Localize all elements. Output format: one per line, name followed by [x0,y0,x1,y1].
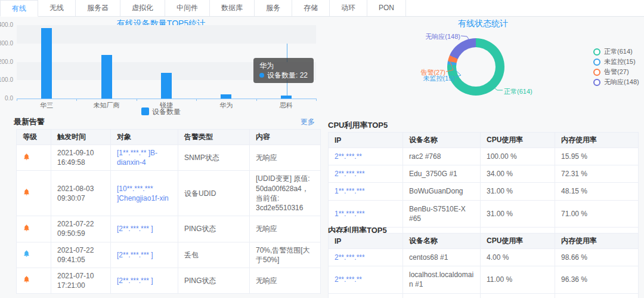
x-axis-tick [137,99,137,101]
table-row: 2**.***.***centos68 #14.00 %98.66 % [329,249,639,266]
donut-legend-item-正常[interactable]: 正常(614) [593,47,639,57]
column-header: 内存使用率 [555,234,639,249]
alarm-severity-cell [17,216,51,242]
alarm-time: 2021-09-10 16:49:58 [51,145,111,171]
tab-服务[interactable]: 服务 [255,0,292,16]
alarm-content: [UDID变更] 原值: 50da00f628a4，当前值: 3cd2e5510… [250,171,321,216]
alarm-row: 2021-08-03 09:30:07[10**.***.*** ]Chengj… [17,171,321,216]
donut-legend-item-未监控[interactable]: 未监控(15) [593,57,639,67]
tab-PON[interactable]: PON [367,0,406,16]
tab-数据库[interactable]: 数据库 [210,0,255,16]
chart-tooltip: 华为 设备数量: 22 [253,58,314,83]
tab-bar: 有线无线服务器虚拟化中间件数据库服务存储动环PON [0,0,644,17]
alarm-object-link[interactable]: [2**.***.*** ] [111,242,178,268]
alarm-severity-cell [17,242,51,268]
alarm-severity-cell [17,268,51,293]
memory-usage: 71.00 % [555,200,639,227]
alarm-object-link[interactable]: [1**.***.** ]B-dianxin-4 [111,145,178,171]
ip-link[interactable]: 2**.***.** [329,148,403,165]
x-axis-line [17,99,316,99]
alarm-type: 设备UDID [178,171,250,216]
tab-动环[interactable]: 动环 [330,0,367,16]
ip-link[interactable]: 1**.***.*** [329,293,403,298]
legend-label: 无响应(148) [604,78,639,87]
tab-有线[interactable]: 有线 [0,0,38,17]
alarm-severity-cell [17,171,51,216]
device-name: BenBu-S7510E-X #65 [403,200,481,227]
alarm-row: 2021-07-22 09:50:59[2**.***.*** ]PING状态无… [17,216,321,242]
cpu-usage: 4.00 % [481,249,555,266]
donut-legend-item-无响应[interactable]: 无响应(148) [593,77,639,87]
alarm-time: 2021-07-22 09:41:05 [51,242,111,268]
alarm-content: 无响应 [250,145,321,171]
bell-icon [23,153,30,161]
memory-usage: 72.31 % [555,165,639,183]
x-axis-tick [17,99,17,101]
tab-服务器[interactable]: 服务器 [76,0,120,16]
memory-top5-table: IP设备名称CPU使用率内存使用率 2**.***.***centos68 #1… [328,233,639,298]
y-axis-label: 400.0 [0,21,13,28]
bar-锐捷[interactable] [161,73,172,99]
alarm-row: 2021-07-10 17:21:00[2**.***.*** ]PING状态无… [17,268,321,293]
ip-link[interactable]: 2**.***.** [329,266,403,293]
table-row: 1**.***.***BenBu-S7510E-X #6531.00 %71.0… [329,200,639,227]
donut-legend: 正常(614)未监控(15)告警(27)无响应(148) [593,47,639,87]
donut-label-noresponse: 无响应(148) [425,32,460,41]
memory-usage: 48.15 % [555,183,639,200]
tab-无线[interactable]: 无线 [38,0,76,16]
alarm-object-link[interactable]: [2**.***.*** ] [111,216,178,242]
column-header: CPU使用率 [481,133,555,148]
bar-未知厂商[interactable] [101,55,112,99]
memory-usage: 15.95 % [555,148,639,165]
alarm-object-link[interactable]: [2**.***.*** ] [111,268,178,293]
bar-chart-plot[interactable]: 华为 设备数量: 22 华三未知厂商锐捷华为思科 [17,25,316,99]
bar-华三[interactable] [41,28,52,99]
table-row: 2**.***.**rac2 #768100.00 %15.95 % [329,148,639,165]
tab-存储[interactable]: 存储 [292,0,330,16]
alarms-section-title: 最新告警 [14,116,45,127]
tab-虚拟化[interactable]: 虚拟化 [120,0,165,16]
column-header: 对象 [111,130,178,145]
alarm-type: 丢包 [178,242,250,268]
donut-chart-panel: 有线状态统计 无响应(148) 告警(27) 未监控(15) 正常(614) 正… [322,17,644,113]
ip-link[interactable]: 2**.***.*** [329,165,403,183]
ip-link[interactable]: 1**.***.*** [329,200,403,227]
legend-ring-icon [593,59,600,66]
cpu-usage: 31.00 % [481,200,555,227]
grid-band [17,25,316,44]
memory-usage: 98.66 % [555,249,639,266]
alarm-content: 70%,告警范围[大于50%] [250,242,321,268]
bar-华为[interactable] [221,94,231,99]
cpu-usage: 100.00 % [481,148,555,165]
bar-思科[interactable] [281,96,292,99]
ip-link[interactable]: 1**.***.*** [329,183,403,200]
cpu-section-title: CPU利用率TOP5 [328,120,388,131]
series-dot-icon [259,73,264,78]
column-header: IP [329,133,403,148]
legend-label: 告警(27) [604,67,629,76]
bell-icon [23,275,30,283]
donut-legend-item-告警[interactable]: 告警(27) [593,67,639,77]
tab-中间件[interactable]: 中间件 [165,0,210,16]
alarms-more-link[interactable]: 更多 [301,117,315,127]
bar-chart-legend[interactable]: 设备数量 [0,107,322,117]
table-row: 2**.***.**localhost.localdomain #111.00 … [329,266,639,293]
donut-chart[interactable] [447,38,504,96]
x-axis-tick [76,99,77,101]
legend-swatch-icon [141,107,149,115]
memory-usage: 96.36 % [555,266,639,293]
x-axis-tick [256,99,257,101]
table-row: 1**.***.***BoWuGuanDong31.00 %48.15 % [329,183,639,200]
legend-label: 未监控(15) [604,57,636,66]
legend-label: 正常(614) [604,47,633,56]
legend-ring-icon [593,48,600,56]
ip-link[interactable]: 2**.***.*** [329,249,403,266]
donut-label-normal: 正常(614) [504,87,532,96]
x-axis-tick [316,99,317,101]
column-header: 内存使用率 [555,133,639,148]
alarm-object-link[interactable]: [10**.***.*** ]Chengjiao1f-xin [111,171,178,216]
column-header: IP [329,234,403,249]
cpu-header-row: IP设备名称CPU使用率内存使用率 [329,133,639,148]
alarm-content: 无响应 [250,268,321,293]
memory-header-row: IP设备名称CPU使用率内存使用率 [329,234,639,249]
